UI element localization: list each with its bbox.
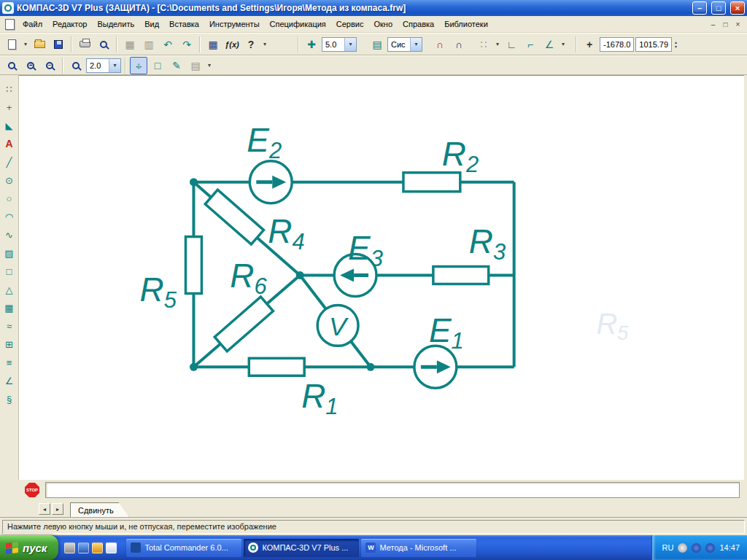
rectangle-tool-icon[interactable]: □ (1, 263, 18, 279)
section-tool-icon[interactable]: § (1, 391, 18, 407)
print-button[interactable] (76, 36, 93, 53)
start-button[interactable]: пуск (0, 535, 58, 560)
close-button[interactable]: × (730, 1, 745, 15)
stop-icon[interactable]: STOP (25, 483, 39, 497)
maximize-button[interactable]: □ (711, 1, 726, 15)
resistor-R6[interactable] (214, 297, 273, 351)
tab-scroll-left-button[interactable]: ◂ (39, 503, 50, 515)
undo-button[interactable]: ↶ (159, 36, 177, 53)
spreadsheet-button[interactable]: ▦ (204, 36, 222, 53)
resistor-R1[interactable] (249, 358, 304, 376)
quicklaunch-icon-2[interactable] (78, 542, 89, 553)
mdi-close-button[interactable]: × (732, 19, 744, 30)
pan-button[interactable]: ↔↕ (130, 57, 147, 74)
quicklaunch-icon-3[interactable] (92, 542, 103, 553)
zoom-page-button[interactable] (67, 57, 85, 74)
new-document-dropdown[interactable]: ▾ (22, 36, 29, 53)
taskbtn-kompas[interactable]: КОМПАС-3D V7 Plus ... (244, 539, 359, 557)
coords-button[interactable]: + (581, 36, 598, 53)
spin-down-icon[interactable]: ▾ (675, 44, 677, 49)
line-tool-icon[interactable]: ╱ (1, 154, 18, 170)
menu-help[interactable]: Справка (398, 17, 439, 31)
screen-button[interactable]: ▤ (187, 57, 204, 74)
circle-tool-icon[interactable]: ○ (1, 190, 18, 206)
mdi-restore-button[interactable]: □ (719, 19, 732, 30)
tab-scroll-right-button[interactable]: ▸ (52, 503, 63, 515)
grid-button[interactable]: ∷ (475, 36, 492, 53)
drawing-canvas[interactable]: E2 R2 R4 E3 R3 R5 R6 E1 R1 V R5 (19, 75, 744, 480)
language-indicator[interactable]: RU (662, 543, 674, 552)
menu-select[interactable]: Выделить (92, 17, 139, 31)
misc-button-2[interactable]: ▥ (140, 36, 158, 53)
mdi-minimize-button[interactable]: – (707, 19, 719, 30)
local-axes-button[interactable]: ∟ (503, 36, 520, 53)
tray-icon-1[interactable] (678, 543, 687, 553)
frame-select-button[interactable]: □ (149, 57, 166, 74)
refresh-button[interactable]: ✎ (168, 57, 185, 74)
hatch-tool-icon[interactable]: ▨ (1, 245, 18, 261)
step-button[interactable]: ✚ (303, 36, 320, 53)
grid-dropdown[interactable]: ▾ (494, 36, 501, 53)
text-tool-icon[interactable]: A (1, 136, 18, 152)
menu-view[interactable]: Вид (139, 17, 164, 31)
menu-file[interactable]: Файл (18, 17, 47, 31)
coord-y-field[interactable]: 1015.79 (635, 37, 672, 52)
save-button[interactable] (50, 36, 67, 53)
resistor-R4[interactable] (205, 190, 263, 244)
point-tool-icon[interactable]: ⊙ (1, 172, 18, 188)
angle-tool-icon[interactable]: ∠ (1, 373, 18, 389)
menu-specification[interactable]: Спецификация (265, 17, 331, 31)
open-button[interactable] (31, 36, 48, 53)
zoom-in-button[interactable]: + (22, 57, 39, 74)
arc-tool-icon[interactable]: ◠ (1, 209, 18, 225)
property-field[interactable] (45, 482, 740, 498)
quicklaunch-icon-4[interactable] (106, 542, 117, 553)
document-icon[interactable] (5, 19, 15, 30)
view-sheet-button[interactable]: ▤ (368, 36, 386, 53)
view-combobox[interactable]: Сис ▾ (387, 37, 422, 52)
redo-button[interactable]: ↷ (178, 36, 196, 53)
menu-window[interactable]: Окно (368, 17, 398, 31)
angle-button[interactable]: ∠ (541, 36, 558, 53)
coord-x-field[interactable]: -1678.0 (600, 37, 634, 52)
zoom-combobox[interactable]: 2.0 ▾ (86, 58, 121, 73)
grid-tool-icon[interactable]: ▦ (1, 300, 18, 316)
menu-insert[interactable]: Вставка (164, 17, 204, 31)
menu-service[interactable]: Сервис (331, 17, 369, 31)
coord-spinner[interactable]: ▴ ▾ (673, 40, 678, 49)
table-tool-icon[interactable]: ⊞ (1, 336, 18, 352)
quicklaunch-icon-1[interactable] (64, 542, 75, 553)
new-document-button[interactable] (3, 36, 20, 53)
triangle-tool-icon[interactable]: ◣ (1, 117, 18, 133)
screen-dropdown[interactable]: ▾ (206, 57, 213, 74)
step-combobox[interactable]: 5.0 ▾ (322, 37, 357, 52)
snap-button[interactable]: ∩ (431, 36, 449, 53)
menu-tools[interactable]: Инструменты (204, 17, 265, 31)
chevron-down-icon[interactable]: ▾ (410, 38, 422, 51)
resistor-R5[interactable] (185, 237, 201, 294)
wave-tool-icon[interactable]: ≈ (1, 318, 18, 334)
snap-setup-button[interactable]: ∩ (450, 36, 468, 53)
resistor-R2[interactable] (403, 173, 460, 192)
zoom-out-button[interactable]: − (41, 57, 58, 74)
polygon-tool-icon[interactable]: △ (1, 281, 18, 298)
help-button[interactable]: ? (242, 36, 260, 53)
tray-icon-2[interactable] (692, 543, 701, 553)
taskbtn-total-commander[interactable]: Total Commander 6.0... (126, 539, 241, 557)
help-dropdown[interactable]: ▾ (261, 36, 268, 53)
tray-icon-3[interactable] (705, 543, 715, 553)
spline-tool-icon[interactable]: ∿ (1, 227, 18, 243)
crosshair-tool-icon[interactable]: + (1, 99, 18, 115)
angle-dropdown[interactable]: ▾ (560, 36, 567, 53)
menu-editor[interactable]: Редактор (47, 17, 92, 31)
taskbtn-word[interactable]: W Метода - Microsoft ... (361, 539, 476, 557)
resistor-R3[interactable] (433, 267, 489, 284)
minimize-button[interactable]: – (692, 1, 707, 15)
misc-button-1[interactable]: ▦ (121, 36, 139, 53)
chevron-down-icon[interactable]: ▾ (109, 59, 120, 72)
zoom-area-button[interactable] (3, 57, 20, 74)
list-tool-icon[interactable]: ≡ (1, 354, 18, 370)
snap-grid-tool-icon[interactable]: ∷ (1, 81, 18, 97)
fx-button[interactable]: ƒ(x) (223, 36, 241, 53)
ortho-button[interactable]: ⌐ (522, 36, 539, 53)
